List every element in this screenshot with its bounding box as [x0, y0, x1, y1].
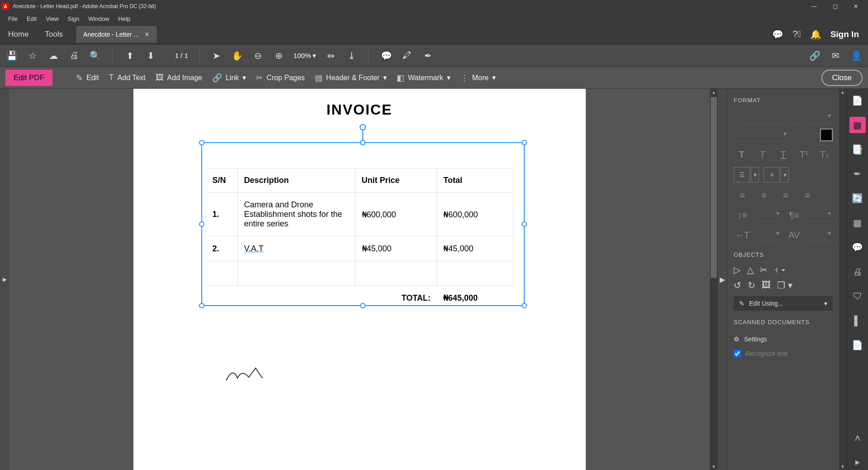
sign-icon[interactable]: ✒ [422, 50, 434, 61]
export-pdf-button[interactable]: 📑 [849, 141, 866, 158]
hand-icon[interactable]: ✋ [231, 50, 244, 61]
subscript-button[interactable]: T₁ [816, 147, 833, 162]
panel-scrollbar[interactable]: ▲ ▼ [839, 89, 846, 470]
crop-object-button[interactable]: ✂ [760, 264, 768, 275]
numbered-list-button[interactable]: ≡ [764, 167, 780, 182]
link-button[interactable]: 🔗Link ▾ [212, 73, 246, 83]
page-up-icon[interactable]: ⬆ [123, 50, 136, 61]
align-right-button[interactable]: ≡ [777, 188, 794, 202]
resize-handle-tr[interactable] [522, 140, 527, 145]
line-spacing-dropdown[interactable] [755, 208, 781, 221]
share-icon[interactable]: 👤 [850, 50, 863, 61]
header-footer-button[interactable]: ▤Header & Footer ▾ [315, 73, 387, 83]
minimize-button[interactable]: — [804, 0, 825, 13]
tab-home[interactable]: Home [0, 24, 37, 44]
arrange-button[interactable]: ❐ ▾ [777, 280, 792, 291]
resize-handle-mr[interactable] [522, 221, 527, 227]
vertical-scrollbar[interactable]: ▲ ▼ [710, 89, 718, 470]
resize-handle-br[interactable] [522, 303, 527, 308]
font-family-dropdown[interactable] [734, 110, 833, 124]
menu-window[interactable]: Window [84, 14, 114, 24]
add-text-button[interactable]: TAdd Text [109, 73, 146, 82]
align-justify-button[interactable]: ≡ [799, 188, 816, 202]
menu-edit[interactable]: Edit [22, 14, 41, 24]
bullet-list-button[interactable]: ☰ [734, 167, 750, 182]
zoom-out-icon[interactable]: ⊖ [252, 50, 265, 61]
star-icon[interactable]: ☆ [26, 50, 39, 61]
watermark-button[interactable]: ◧Watermark ▾ [397, 73, 451, 83]
cloud-upload-icon[interactable]: ☁ [47, 50, 60, 61]
page-down-icon[interactable]: ⬇ [144, 50, 157, 61]
tab-document[interactable]: Anecdote - Letter ... ✕ [76, 26, 157, 43]
maximize-button[interactable]: ▢ [825, 0, 845, 13]
char-spacing-dropdown[interactable] [807, 228, 833, 241]
numbered-list-dropdown[interactable]: ▾ [781, 167, 789, 182]
crop-pages-button[interactable]: ✂Crop Pages [256, 73, 305, 83]
edit-using-dropdown[interactable]: ✎ Edit Using... ▾ [734, 296, 833, 311]
pointer-icon[interactable]: ➤ [210, 50, 223, 61]
rotate-cw-button[interactable]: ↻ [748, 280, 755, 291]
zoom-in-icon[interactable]: ⊕ [273, 50, 285, 61]
edit-pdf-tool-button[interactable]: ▦ [849, 117, 866, 133]
rotation-handle[interactable] [360, 124, 366, 130]
scan-tool-button[interactable]: 🖨 [849, 264, 866, 280]
replace-image-button[interactable]: 🖼 [762, 280, 771, 291]
close-window-button[interactable]: ✕ [845, 0, 866, 13]
char-spacing-button[interactable]: AV [786, 228, 803, 242]
resize-handle-tm[interactable] [360, 140, 365, 145]
settings-button[interactable]: ⚙ Settings [734, 332, 833, 346]
left-gutter[interactable]: ▶ [0, 89, 9, 470]
comment-icon[interactable]: 💬 [772, 29, 783, 40]
sign-in-button[interactable]: Sign In [830, 29, 859, 39]
resize-handle-tl[interactable] [199, 140, 204, 145]
menu-help[interactable]: Help [114, 14, 135, 24]
page-current-input[interactable] [165, 52, 179, 59]
scroll-down-icon[interactable]: ▼ [710, 464, 718, 469]
zoom-level[interactable]: 100% ▾ [294, 52, 317, 60]
underline-button[interactable]: T [775, 147, 792, 162]
add-image-button[interactable]: 🖼Add Image [156, 73, 202, 82]
recognize-checkbox[interactable] [734, 350, 741, 357]
scroll-up-icon[interactable]: ▲ [710, 90, 718, 95]
bell-icon[interactable]: 🔔 [810, 29, 821, 40]
protect-tool-button[interactable]: 🛡 [849, 288, 866, 304]
search-icon[interactable]: 🔍 [89, 50, 101, 61]
hscale-dropdown[interactable] [755, 228, 781, 241]
comment-tool-button[interactable]: 💬 [849, 239, 866, 255]
help-icon[interactable]: ?⃝ [792, 29, 801, 39]
align-center-button[interactable]: ≡ [755, 188, 773, 202]
menu-sign[interactable]: Sign [63, 14, 84, 24]
flip-vertical-button[interactable]: △ [747, 264, 754, 275]
close-edit-button[interactable]: Close [821, 70, 863, 86]
recognize-text-row[interactable]: Recognize text [734, 346, 833, 361]
redact-tool-button[interactable]: ▌ [849, 312, 866, 329]
scroll-down-icon[interactable]: ▼ [839, 464, 846, 469]
sign-tool-button[interactable]: ✒ [849, 166, 866, 182]
document-area[interactable]: INVOICE S/N Description Unit Price Total… [9, 89, 710, 470]
color-picker[interactable] [820, 129, 833, 141]
organize-pages-button[interactable]: 🔄 [849, 190, 866, 206]
pdf-page[interactable]: INVOICE S/N Description Unit Price Total… [133, 89, 586, 470]
fit-width-icon[interactable]: ⇔ [324, 50, 337, 61]
print-icon[interactable]: 🖨 [68, 50, 81, 61]
highlight-icon[interactable]: 🖍 [401, 50, 413, 61]
save-icon[interactable]: 💾 [5, 50, 18, 61]
fit-page-icon[interactable]: ⤓ [345, 50, 358, 61]
resize-handle-bl[interactable] [199, 303, 204, 308]
combine-files-button[interactable]: ▦ [849, 215, 866, 231]
right-gutter[interactable]: ▶ [718, 89, 727, 470]
tab-close-icon[interactable]: ✕ [144, 31, 150, 38]
resize-handle-bm[interactable] [360, 303, 365, 308]
menu-file[interactable]: File [4, 14, 22, 24]
mail-icon[interactable]: ✉ [829, 50, 842, 61]
bold-button[interactable]: T [734, 147, 750, 162]
more-button[interactable]: ⋮More ▾ [460, 73, 496, 83]
superscript-button[interactable]: T¹ [796, 147, 812, 162]
bullet-list-dropdown[interactable]: ▾ [751, 167, 759, 182]
selection-box[interactable] [201, 142, 525, 306]
more-tools-button[interactable]: ▸ [849, 454, 866, 470]
menu-view[interactable]: View [41, 14, 63, 24]
compress-tool-button[interactable]: 📄 [849, 337, 866, 353]
flip-horizontal-button[interactable]: ▷ [734, 264, 740, 275]
edit-button[interactable]: ✎Edit [76, 73, 99, 83]
